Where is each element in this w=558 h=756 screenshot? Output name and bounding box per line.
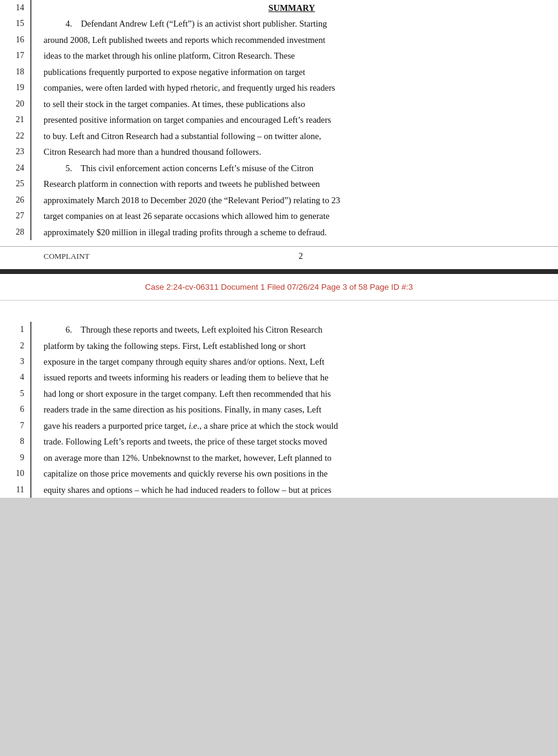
table-row: 15 4. Defendant Andrew Left (“Left”) is … [0, 16, 558, 31]
line-number: 5 [0, 386, 31, 402]
line-content: ideas to the market through his online p… [31, 48, 558, 64]
line-content: 5. This civil enforcement action concern… [31, 160, 558, 176]
table-row: 9on average more than 12%. Unbeknownst t… [0, 450, 558, 466]
line-number: 15 [0, 16, 31, 31]
line-number: 14 [0, 0, 31, 16]
document-page: 14SUMMARY15 4. Defendant Andrew Left (“L… [0, 0, 558, 498]
table-row: 21presented positive information on targ… [0, 112, 558, 128]
line-number: 3 [0, 354, 31, 370]
table-row: 20to sell their stock in the target comp… [0, 96, 558, 112]
table-row: 2platform by taking the following steps.… [0, 338, 558, 354]
line-number: 27 [0, 208, 31, 224]
table-row: 18publications frequently purported to e… [0, 64, 558, 80]
line-number: 22 [0, 128, 31, 144]
line-content: SUMMARY [31, 0, 558, 16]
case-header-text: Case 2:24-cv-06311 Document 1 Filed 07/2… [36, 282, 522, 292]
footer-complaint-label: COMPLAINT [31, 252, 215, 261]
line-content: companies, were often larded with hyped … [31, 80, 558, 96]
table-row: 22to buy. Left and Citron Research had a… [0, 128, 558, 144]
line-number: 2 [0, 338, 31, 354]
table-row: 23Citron Research had more than a hundre… [0, 144, 558, 160]
page-footer: COMPLAINT 2 [0, 246, 558, 266]
page-divider [0, 269, 558, 274]
table-row: 19companies, were often larded with hype… [0, 80, 558, 96]
line-content: gave his readers a purported price targe… [31, 418, 558, 434]
line-content: 4. Defendant Andrew Left (“Left”) is an … [31, 16, 558, 31]
line-number: 26 [0, 192, 31, 208]
table-row: 7gave his readers a purported price targ… [0, 418, 558, 434]
footer-page-number: 2 [215, 252, 386, 261]
page-bottom: 1 6. Through these reports and tweets, L… [0, 301, 558, 498]
table-row: 10capitalize on those price movements an… [0, 466, 558, 481]
line-content: capitalize on those price movements and … [31, 466, 558, 481]
line-number: 16 [0, 32, 31, 48]
line-number: 9 [0, 450, 31, 466]
line-content: Research platform in connection with rep… [31, 176, 558, 192]
line-content: had long or short exposure in the target… [31, 386, 558, 402]
table-row: 27target companies on at least 26 separa… [0, 208, 558, 224]
line-content: platform by taking the following steps. … [31, 338, 558, 354]
line-content: 6. Through these reports and tweets, Lef… [31, 322, 558, 337]
table-row: 5had long or short exposure in the targe… [0, 386, 558, 402]
line-content: approximately $20 million in illegal tra… [31, 224, 558, 240]
line-content: Citron Research had more than a hundred … [31, 144, 558, 160]
line-number: 20 [0, 96, 31, 112]
table-row: 11equity shares and options – which he h… [0, 482, 558, 498]
line-number: 19 [0, 80, 31, 96]
line-number: 24 [0, 160, 31, 176]
line-number: 7 [0, 418, 31, 434]
line-number: 21 [0, 112, 31, 128]
table-row: 28approximately $20 million in illegal t… [0, 224, 558, 240]
table-row: 24 5. This civil enforcement action conc… [0, 160, 558, 176]
table-row: 3exposure in the target company through … [0, 354, 558, 370]
table-row: 14SUMMARY [0, 0, 558, 16]
line-number: 1 [0, 322, 31, 337]
line-content: around 2008, Left published tweets and r… [31, 32, 558, 48]
line-content: on average more than 12%. Unbeknownst to… [31, 450, 558, 466]
line-content: publications frequently purported to exp… [31, 64, 558, 80]
table-row: 26approximately March 2018 to December 2… [0, 192, 558, 208]
line-number: 25 [0, 176, 31, 192]
line-number: 23 [0, 144, 31, 160]
line-content: exposure in the target company through e… [31, 354, 558, 370]
table-row: 17ideas to the market through his online… [0, 48, 558, 64]
line-number: 6 [0, 402, 31, 417]
bottom-lines-container: 1 6. Through these reports and tweets, L… [0, 322, 558, 498]
table-row: 25Research platform in connection with r… [0, 176, 558, 192]
line-number: 4 [0, 370, 31, 385]
line-content: target companies on at least 26 separate… [31, 208, 558, 224]
line-content: presented positive information on target… [31, 112, 558, 128]
table-row: 1 6. Through these reports and tweets, L… [0, 322, 558, 337]
top-lines-container: 14SUMMARY15 4. Defendant Andrew Left (“L… [0, 0, 558, 240]
table-row: 16around 2008, Left published tweets and… [0, 32, 558, 48]
case-header: Case 2:24-cv-06311 Document 1 Filed 07/2… [0, 274, 558, 301]
line-content: to buy. Left and Citron Research had a s… [31, 128, 558, 144]
table-row: 6readers trade in the same direction as … [0, 402, 558, 417]
line-content: to sell their stock in the target compan… [31, 96, 558, 112]
line-content: readers trade in the same direction as h… [31, 402, 558, 417]
table-row: 8trade. Following Left’s reports and twe… [0, 434, 558, 449]
page-top: 14SUMMARY15 4. Defendant Andrew Left (“L… [0, 0, 558, 269]
line-number: 11 [0, 482, 31, 498]
line-content: approximately March 2018 to December 202… [31, 192, 558, 208]
table-row: 4issued reports and tweets informing his… [0, 370, 558, 385]
line-number: 10 [0, 466, 31, 481]
line-content: equity shares and options – which he had… [31, 482, 558, 498]
line-content: issued reports and tweets informing his … [31, 370, 558, 385]
line-number: 18 [0, 64, 31, 80]
line-number: 17 [0, 48, 31, 64]
line-content: trade. Following Left’s reports and twee… [31, 434, 558, 449]
line-number: 28 [0, 224, 31, 240]
line-number: 8 [0, 434, 31, 449]
